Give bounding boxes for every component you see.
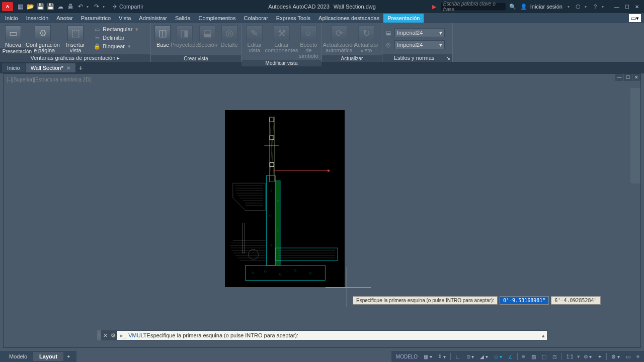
search-input[interactable]: Escriba palabra clave o frase — [441, 2, 506, 11]
rectangular-button[interactable]: ▭Rectangular▾ — [92, 25, 140, 33]
filetab-add-button[interactable]: + — [76, 64, 86, 72]
workspace-icon[interactable]: ⚙ ▾ — [609, 353, 622, 360]
layouttab[interactable]: Layout — [33, 352, 63, 361]
tab-salida[interactable]: Salida — [171, 14, 195, 23]
canvas-maximize-button[interactable]: ☐ — [624, 74, 632, 81]
tab-anotar[interactable]: Anotar — [52, 14, 76, 23]
annovis-icon[interactable]: ✦ — [595, 353, 604, 360]
edit-view-button: ✎Editar vista — [244, 24, 266, 54]
qat-plot-icon[interactable]: 🖶 — [66, 3, 74, 11]
rec-icon[interactable]: ▶ — [430, 2, 439, 11]
tab-inicio[interactable]: Inicio — [1, 14, 22, 23]
cmdline-customize-icon[interactable]: ⚙ — [109, 332, 117, 339]
viewport-content — [225, 110, 345, 287]
share-button[interactable]: ✈Compartir — [113, 4, 143, 10]
detail-view-button: ◎Detalle — [219, 24, 239, 49]
insert-view-button[interactable]: ⬚Insertar vista — [61, 24, 90, 54]
qat-open-icon[interactable]: 📂 — [26, 3, 34, 11]
lineweight-icon[interactable]: ≡ — [520, 353, 528, 360]
qat-saveas-icon[interactable]: 💾 — [46, 3, 54, 11]
tab-complementos[interactable]: Complementos — [195, 14, 240, 23]
monitor-icon[interactable]: ▭ — [623, 353, 633, 360]
minimize-button[interactable]: — — [612, 2, 622, 11]
panel-label-pres-short: Presentación — [0, 48, 34, 55]
tab-administrar[interactable]: Administrar — [135, 14, 171, 23]
isodraft-icon[interactable]: ◢ ▾ — [477, 353, 491, 360]
update-view-button: ↻Actualizar vista — [355, 24, 377, 54]
ortho-icon[interactable]: ∟ — [453, 353, 463, 360]
tab-expresstools[interactable]: Express Tools — [272, 14, 314, 23]
dynamic-input-y[interactable]: 6'-4.09285284" — [551, 296, 600, 305]
search-icon[interactable]: 🔍 — [508, 2, 517, 11]
symbol-sketch-button: ○Boceto de símbolo — [298, 24, 320, 60]
annoscale-icon[interactable]: ⚖ — [550, 353, 559, 360]
tab-parametrico[interactable]: Paramétrico — [77, 14, 115, 23]
base-view-button[interactable]: ◫Base — [153, 24, 173, 49]
modeltab[interactable]: Modelo — [3, 352, 33, 361]
ribbon-toggle-icon[interactable]: ▭▾ — [629, 14, 641, 22]
detail-style-combo[interactable]: Imperial24▾ — [394, 40, 445, 49]
canvas-close-button[interactable]: ✕ — [632, 74, 640, 81]
tab-insercion[interactable]: Inserción — [22, 14, 53, 23]
panel-label-crearvista: Crear vista — [151, 55, 241, 62]
qat-undo-icon[interactable]: ↶ — [76, 3, 85, 11]
close-button[interactable]: ✕ — [632, 2, 642, 11]
filetab-close-icon[interactable]: ✕ — [66, 65, 70, 71]
tab-aplicaciones[interactable]: Aplicaciones destacadas — [314, 14, 383, 23]
scale-label[interactable]: 1:1 — [564, 353, 576, 360]
app-title: Autodesk AutoCAD 2023 — [268, 4, 330, 10]
layouttab-add-button[interactable]: + — [63, 353, 73, 359]
command-input[interactable]: ▸_ VMULT Especifique la primera esquina … — [117, 331, 540, 340]
gear-icon[interactable]: ⚙ ▾ — [581, 353, 595, 360]
qat-save-icon[interactable]: 💾 — [36, 3, 44, 11]
svg-rect-11 — [275, 180, 280, 265]
help-icon[interactable]: ? — [591, 2, 600, 11]
customize-icon[interactable]: ≡ — [634, 353, 642, 360]
autodesk-app-icon[interactable]: ⬡ — [574, 2, 583, 11]
filetab-wallsection[interactable]: Wall Section*✕ — [26, 63, 76, 72]
cmdline-history-icon[interactable]: ▴ — [540, 331, 547, 340]
signin-button[interactable]: Iniciar sesión — [530, 4, 562, 10]
filetab-inicio[interactable]: Inicio — [2, 63, 26, 72]
cmdline-grip[interactable]: ⠿ — [97, 330, 101, 340]
space-toggle-button[interactable]: MODELO — [393, 353, 420, 360]
tab-colaborar[interactable]: Colaborar — [240, 14, 272, 23]
crosshair-vertical — [347, 267, 347, 307]
canvas-minimize-button[interactable]: — — [615, 74, 623, 81]
tab-vista[interactable]: Vista — [115, 14, 135, 23]
svg-point-33 — [264, 270, 266, 273]
osnap-icon[interactable]: ◇ ▾ — [492, 353, 505, 360]
section-style-icon: ⬓ — [384, 29, 392, 37]
svg-point-36 — [309, 273, 311, 275]
dynamic-prompt: Especifique la primera esquina (o pulse … — [353, 296, 498, 305]
projected-view-button: ◨Proyectada — [174, 24, 196, 49]
section-style-combo[interactable]: Imperial24▾ — [394, 28, 445, 37]
navigation-bar[interactable] — [630, 88, 640, 184]
maximize-button[interactable]: ☐ — [622, 2, 632, 11]
cmdline-close-icon[interactable]: ✕ — [101, 332, 109, 339]
qat-new-icon[interactable]: ▦ — [16, 3, 24, 11]
tab-presentacion[interactable]: Presentación — [383, 14, 424, 23]
user-icon[interactable]: 👤 — [519, 2, 528, 11]
clip-button[interactable]: ✂Delimitar — [92, 34, 140, 42]
qat-redo-icon[interactable]: ↷ — [93, 3, 101, 11]
transparency-icon[interactable]: ▨ — [529, 353, 538, 360]
app-logo[interactable]: A — [2, 2, 13, 11]
svg-rect-0 — [225, 111, 344, 286]
dynamic-input-x[interactable]: 0'-9.53168981" — [500, 296, 549, 305]
cycling-icon[interactable]: ⬚ — [539, 353, 549, 360]
grid-icon[interactable]: ▦ ▾ — [421, 353, 435, 360]
snap-icon[interactable]: ⠿ ▾ — [436, 353, 448, 360]
auto-update-button: ⟳Actualización automática — [324, 24, 354, 54]
otrack-icon[interactable]: ∠ — [506, 353, 515, 360]
drawing-canvas[interactable]: Especifique la primera esquina (o pulse … — [4, 81, 640, 347]
panel-label-estilos: Estilos y normas↘ — [382, 54, 452, 62]
viewport-label[interactable]: [–][Superior][Estructura alámbrica 2D] — [7, 77, 91, 82]
panel-label-modificar: Modificar vista — [242, 60, 321, 66]
lock-button[interactable]: 🔒Bloquear▾ — [92, 42, 140, 50]
polar-icon[interactable]: ⊙ ▾ — [464, 353, 477, 360]
panel-label-actualizar: Actualizar — [322, 55, 382, 62]
file-title: Wall Section.dwg — [334, 4, 376, 10]
qat-webshare-icon[interactable]: ☁ — [56, 3, 64, 11]
edit-components-button: ⚒Editar componentes — [267, 24, 297, 54]
